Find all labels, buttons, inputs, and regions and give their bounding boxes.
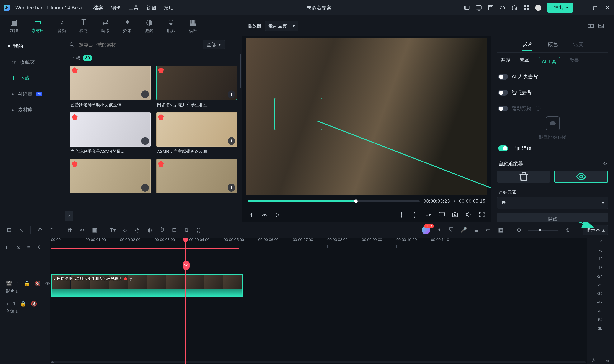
subtab-anim[interactable]: 動畫 [570, 57, 579, 66]
scrollbar[interactable] [240, 54, 241, 88]
filter-select[interactable]: 全部▾ [203, 40, 225, 50]
sidebar-library[interactable]: ▸素材庫 [0, 102, 65, 118]
search-input[interactable] [79, 42, 199, 47]
play-button[interactable]: ▷ [274, 211, 281, 218]
display-icon[interactable] [438, 211, 445, 218]
add-button[interactable]: + [228, 184, 235, 192]
audio-track-head[interactable]: ♪1🔒🔇 音頻 1 [0, 299, 50, 316]
lock-icon[interactable]: 🔒 [24, 281, 30, 286]
prev-frame-button[interactable]: ⦉ [248, 211, 254, 218]
media-thumb[interactable]: +网课结束后老师和学生相互... [156, 65, 237, 108]
media-thumb[interactable]: +芭蕾舞老師幫助小女孩拉伸 [70, 65, 151, 108]
cat-sticker[interactable]: ☺貼紙 [167, 18, 175, 34]
zoom-slider[interactable] [528, 230, 558, 231]
scissors-icon[interactable]: ✂ [79, 227, 85, 233]
minimize-button[interactable]: — [580, 5, 586, 10]
sidebar-ai-draw[interactable]: ▸AI繪畫AI [0, 86, 65, 102]
pointer-icon[interactable]: ↖ [18, 227, 25, 233]
menu-tools[interactable]: 工具 [128, 4, 139, 11]
add-button[interactable]: + [141, 184, 149, 192]
link-element-select[interactable]: 無▾ [497, 197, 608, 209]
add-button[interactable]: + [141, 91, 149, 98]
export-button[interactable]: 導出▾ [547, 3, 573, 13]
tracker-delete-button[interactable] [497, 170, 550, 183]
save-icon[interactable] [488, 5, 494, 11]
cat-template[interactable]: ▦模板 [189, 18, 197, 34]
mark-out-button[interactable]: } [411, 211, 418, 218]
mixer-icon[interactable]: ≣ [473, 227, 479, 233]
magnet-icon[interactable]: ⊓ [6, 244, 12, 250]
undo-icon[interactable]: ↶ [36, 227, 43, 233]
screen-icon[interactable] [476, 5, 482, 11]
start-button[interactable]: 開始 [497, 213, 608, 222]
compare-icon[interactable] [587, 23, 594, 29]
panel-icon[interactable] [464, 5, 470, 11]
mark-in-button[interactable]: { [398, 211, 405, 218]
video-clip[interactable]: ▸网课结束后老师和学生相互说再见镜头◎ [51, 274, 243, 297]
redo-icon[interactable]: ↷ [49, 227, 55, 233]
tracks-area[interactable]: 00:0000:00:01:0000:00:02:0000:00:03:0000… [50, 238, 587, 364]
stack-icon[interactable]: ≡ [27, 244, 33, 250]
toggle-ai-portrait[interactable] [498, 74, 508, 80]
subtab-mask[interactable]: 遮罩 [520, 57, 529, 66]
crop-icon[interactable]: ▣ [91, 227, 98, 233]
menu-file[interactable]: 檔案 [93, 4, 103, 11]
fullscreen-icon[interactable] [478, 211, 486, 218]
marker-icon[interactable]: ▭ [485, 227, 492, 233]
group-icon[interactable]: ⧉ [183, 227, 190, 233]
menu-help[interactable]: 幫助 [164, 4, 174, 11]
zoom-out-icon[interactable]: ⊖ [516, 227, 522, 233]
menu-edit[interactable]: 編輯 [111, 4, 121, 11]
indicator-select[interactable]: 指示器▴ [583, 225, 608, 235]
picture-icon[interactable] [598, 23, 604, 29]
cat-transition[interactable]: ⇄轉場 [101, 18, 110, 34]
media-thumb[interactable]: + [156, 159, 237, 195]
text-icon[interactable]: T▾ [110, 227, 116, 233]
color-icon[interactable]: ◐ [146, 227, 153, 233]
subtab-basic[interactable]: 基礎 [501, 57, 510, 66]
tracker-preview-button[interactable] [554, 170, 608, 183]
media-thumb[interactable]: +白色漁網手套是ASMR的最... [70, 112, 151, 155]
avatar[interactable] [535, 5, 541, 11]
sidebar-head[interactable]: ▾我的 [0, 38, 65, 54]
timer-icon[interactable]: ⏱ [159, 227, 165, 233]
media-thumb[interactable]: + [70, 159, 151, 195]
refresh-icon[interactable]: ↻ [603, 161, 607, 167]
eye-icon[interactable]: 👁 [45, 281, 50, 286]
cat-audio[interactable]: ♪音頻 [57, 18, 66, 34]
cat-filter[interactable]: ◑濾鏡 [145, 18, 154, 34]
ai-button[interactable]: BETA [422, 226, 430, 234]
page-prev[interactable]: ‹ [65, 211, 73, 221]
cut-marker[interactable]: ✂ [183, 260, 190, 270]
subtab-ai[interactable]: AI 工具 [539, 57, 560, 66]
render-icon[interactable]: ▦ [497, 227, 504, 233]
video-track-head[interactable]: 🎬1🔒🔇👁 影片 1 [0, 276, 50, 299]
cloud-icon[interactable] [500, 5, 506, 11]
maximize-button[interactable]: ▢ [592, 5, 598, 10]
keyframe-icon[interactable]: ◇ [122, 227, 128, 233]
toggle-motion-track[interactable] [498, 106, 508, 112]
enhance-icon[interactable]: ✦ [436, 227, 443, 233]
quality-select[interactable]: 最高品質▾ [265, 21, 298, 31]
link-icon[interactable]: ⊗ [16, 244, 22, 250]
sidebar-favorites[interactable]: ☆收藏夾 [0, 54, 65, 70]
headphone-icon[interactable] [511, 5, 517, 11]
zoom-in-icon[interactable]: ⊕ [564, 227, 571, 233]
snapshot-icon[interactable] [452, 211, 459, 218]
trash-icon[interactable]: 🗑 [67, 227, 73, 233]
add-button[interactable]: + [228, 137, 235, 145]
cat-title[interactable]: T標題 [79, 18, 88, 34]
slider-knob[interactable] [354, 199, 358, 203]
marker2-icon[interactable]: ◊ [38, 244, 44, 250]
more-tool-icon[interactable]: ⟩⟩ [195, 227, 202, 233]
step-back-button[interactable]: ◃▹ [261, 211, 268, 218]
tab-video[interactable]: 影片 [522, 41, 532, 51]
stop-button[interactable]: □ [288, 211, 295, 218]
shield-icon[interactable]: ⛉ [448, 227, 455, 233]
detect-icon[interactable]: ⊡ [171, 227, 178, 233]
add-button[interactable]: + [228, 91, 235, 98]
cat-library[interactable]: ▭素材庫 [31, 18, 44, 34]
cat-media[interactable]: ▣媒體 [10, 18, 18, 34]
toggle-planar[interactable] [498, 145, 508, 151]
mute-icon[interactable]: 🔇 [35, 281, 41, 286]
